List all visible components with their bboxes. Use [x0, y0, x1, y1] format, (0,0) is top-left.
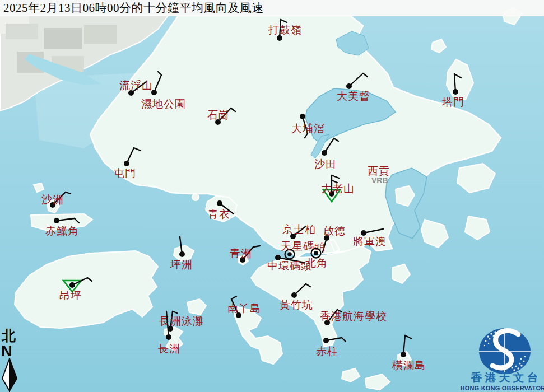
station-label: 長洲	[158, 343, 180, 354]
station-label: 流浮山	[119, 80, 153, 91]
station-label: 青洲	[230, 248, 252, 259]
station-label: 坪洲	[170, 259, 193, 270]
station-dot-icon	[166, 334, 171, 340]
station-label: 香港航海學校	[320, 310, 387, 322]
station-label: 石崗	[207, 109, 230, 121]
station-dot-icon	[322, 150, 327, 156]
map-title: 2025年2月13日06時00分的十分鐘平均風向及風速	[0, 0, 544, 16]
station-label: 青衣	[208, 208, 230, 220]
station-dot-icon	[277, 35, 282, 41]
station-label: 西貢	[368, 165, 390, 177]
station-dot-icon	[401, 352, 406, 357]
station-label: 天星碼頭	[281, 240, 326, 252]
station-label: 沙洲	[41, 194, 64, 206]
station-dot-icon	[54, 218, 59, 223]
station-label: 濕地公園	[141, 98, 186, 110]
station-label: 赤鱲角	[45, 225, 79, 237]
station-label: 屯門	[114, 167, 136, 179]
compass-n-label: N	[1, 343, 12, 360]
station-label: 打鼓嶺	[268, 24, 302, 36]
hko-logo-zh-text: 香港天文台	[471, 371, 541, 384]
station-dot-icon	[287, 252, 292, 256]
station-dot-icon	[453, 89, 458, 95]
map-svg: 打鼓嶺流浮山濕地公園石崗大美督塔門大埔滘沙田西貢VRB大老山屯門沙洲赤鱲角青衣京…	[0, 0, 544, 392]
station-label: 昂坪	[59, 290, 82, 301]
station-dot-icon	[179, 251, 185, 257]
station-label: 大美督	[337, 90, 370, 102]
station-dot-icon	[124, 161, 129, 166]
station-label: 將軍澳	[353, 236, 387, 248]
station-label: 大埔滘	[291, 123, 325, 134]
station-label: 南丫島	[227, 302, 261, 314]
station-dot-icon	[346, 83, 352, 89]
station-label: 長洲泳灘	[159, 315, 204, 327]
station-dot-icon	[314, 251, 318, 255]
station-label: 沙田	[314, 158, 337, 170]
station-label: 黃竹坑	[280, 299, 313, 311]
station-label: 橫瀾島	[392, 360, 426, 371]
station-label: 赤柱	[316, 346, 338, 357]
station-dot-icon	[69, 282, 75, 288]
compass-zh-label: 北	[1, 328, 16, 343]
station-dot-icon	[217, 200, 222, 206]
station-label: 塔門	[441, 96, 464, 108]
station-dot-icon	[323, 338, 329, 343]
station-label: 北角	[305, 257, 328, 269]
hko-logo-en-text: HONG KONG OBSERVATORY	[461, 385, 544, 391]
station-dot-icon	[361, 230, 366, 236]
wind-map-page: 打鼓嶺流浮山濕地公園石崗大美督塔門大埔滘沙田西貢VRB大老山屯門沙洲赤鱲角青衣京…	[0, 0, 544, 392]
station-dot-icon	[300, 114, 305, 119]
station-dot-icon	[151, 90, 157, 95]
station-label: 大老山	[321, 183, 355, 194]
station-label: 京士柏	[282, 223, 316, 235]
station-label: 啟德	[323, 225, 346, 237]
land-ma-wan	[192, 194, 199, 200]
station-dot-icon	[291, 292, 297, 298]
vrb-label: VRB	[371, 176, 388, 185]
